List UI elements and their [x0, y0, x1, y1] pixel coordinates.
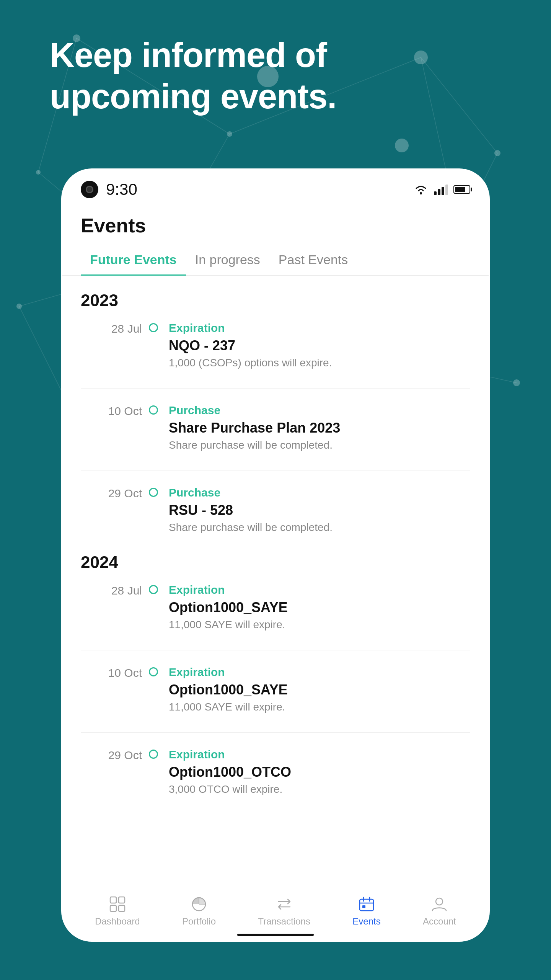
event-details: Expiration Option1000_SAYE 11,000 SAYE w… [165, 583, 470, 631]
event-date: 10 Oct [81, 666, 142, 679]
svg-point-23 [513, 379, 520, 386]
status-bar: 9:30 [62, 170, 489, 205]
year-header-2023: 2023 [81, 291, 470, 310]
status-icons [413, 184, 470, 195]
event-details: Expiration NQO - 237 1,000 (CSOPs) optio… [165, 322, 470, 369]
year-header-2024: 2024 [81, 553, 470, 572]
year-section-2023: 2023 28 Jul Expiration NQO - 237 1,000 (… [81, 291, 470, 534]
divider [81, 732, 470, 733]
home-indicator [62, 933, 489, 941]
svg-point-40 [436, 898, 443, 905]
events-content: 2023 28 Jul Expiration NQO - 237 1,000 (… [62, 276, 489, 886]
event-dot-col [142, 322, 165, 332]
tab-in-progress[interactable]: In progress [186, 245, 269, 275]
event-desc: Share purchase will be completed. [169, 521, 470, 534]
event-details: Expiration Option1000_SAYE 11,000 SAYE w… [165, 666, 470, 713]
svg-rect-35 [360, 899, 373, 911]
nav-label-portfolio: Portfolio [182, 916, 216, 927]
event-dot [149, 585, 158, 594]
event-date: 28 Jul [81, 322, 142, 335]
event-details: Purchase RSU - 528 Share purchase will b… [165, 486, 470, 534]
nav-item-portfolio[interactable]: Portfolio [182, 895, 216, 927]
event-type: Expiration [169, 322, 470, 335]
camera-icon [81, 181, 98, 198]
battery-icon [453, 185, 470, 194]
svg-point-22 [16, 304, 22, 309]
nav-label-dashboard: Dashboard [95, 916, 140, 927]
event-name: Share Purchase Plan 2023 [169, 420, 470, 436]
nav-item-dashboard[interactable]: Dashboard [95, 895, 140, 927]
nav-item-events[interactable]: Events [352, 895, 380, 927]
event-desc: Share purchase will be completed. [169, 439, 470, 451]
event-type: Expiration [169, 583, 470, 596]
event-desc: 11,000 SAYE will expire. [169, 701, 470, 713]
divider [81, 650, 470, 650]
event-desc: 3,000 OTCO will expire. [169, 783, 470, 795]
event-dot-col [142, 583, 165, 594]
event-type: Purchase [169, 404, 470, 417]
nav-item-account[interactable]: Account [423, 895, 456, 927]
dashboard-icon [109, 895, 126, 913]
bottom-nav: Dashboard Portfolio Transactions [62, 886, 489, 933]
event-dot [149, 488, 158, 497]
event-details: Expiration Option1000_OTCO 3,000 OTCO wi… [165, 748, 470, 795]
svg-rect-29 [119, 897, 125, 903]
event-desc: 11,000 SAYE will expire. [169, 619, 470, 631]
events-icon [358, 895, 375, 913]
event-name: RSU - 528 [169, 502, 470, 518]
event-name: Option1000_SAYE [169, 682, 470, 698]
event-name: NQO - 237 [169, 338, 470, 354]
event-dot-col [142, 486, 165, 497]
divider [81, 388, 470, 389]
tabs-bar: Future Events In progress Past Events [62, 245, 489, 276]
event-date: 29 Oct [81, 748, 142, 762]
event-name: Option1000_SAYE [169, 599, 470, 616]
hero-line1: Keep informed of [50, 34, 501, 76]
svg-rect-39 [362, 905, 365, 908]
phone-mockup: 9:30 Events Future Ev [61, 168, 490, 942]
tab-future-events[interactable]: Future Events [81, 245, 186, 275]
svg-rect-30 [110, 905, 116, 911]
event-date: 29 Oct [81, 486, 142, 500]
event-dot-col [142, 404, 165, 415]
event-row: 28 Jul Expiration NQO - 237 1,000 (CSOPs… [81, 322, 470, 369]
svg-point-27 [420, 192, 422, 194]
svg-point-18 [36, 170, 41, 175]
nav-label-events: Events [352, 916, 380, 927]
event-date: 10 Oct [81, 404, 142, 418]
hero-line2: upcoming events. [50, 76, 501, 117]
tab-past-events[interactable]: Past Events [269, 245, 357, 275]
divider [81, 470, 470, 471]
event-row: 10 Oct Purchase Share Purchase Plan 2023… [81, 404, 470, 451]
event-row: 29 Oct Purchase RSU - 528 Share purchase… [81, 486, 470, 534]
svg-rect-28 [110, 897, 116, 903]
status-time: 9:30 [106, 180, 137, 199]
event-dot-col [142, 666, 165, 676]
year-section-2024: 2024 28 Jul Expiration Option1000_SAYE 1… [81, 553, 470, 795]
nav-item-transactions[interactable]: Transactions [258, 895, 310, 927]
event-type: Expiration [169, 748, 470, 761]
hero-text: Keep informed of upcoming events. [50, 34, 501, 117]
home-bar [237, 934, 314, 936]
event-dot [149, 667, 158, 676]
event-name: Option1000_OTCO [169, 764, 470, 780]
event-date: 28 Jul [81, 583, 142, 597]
event-desc: 1,000 (CSOPs) options will expire. [169, 357, 470, 369]
nav-label-transactions: Transactions [258, 916, 310, 927]
wifi-icon [413, 184, 429, 195]
event-row: 28 Jul Expiration Option1000_SAYE 11,000… [81, 583, 470, 631]
event-row: 29 Oct Expiration Option1000_OTCO 3,000 … [81, 748, 470, 795]
signal-icon [434, 184, 448, 195]
event-row: 10 Oct Expiration Option1000_SAYE 11,000… [81, 666, 470, 713]
svg-point-25 [395, 139, 409, 152]
svg-point-17 [494, 150, 500, 156]
svg-rect-31 [119, 905, 125, 911]
event-type: Expiration [169, 666, 470, 679]
event-dot-col [142, 748, 165, 759]
page-title: Events [62, 205, 489, 237]
svg-point-15 [227, 131, 232, 137]
portfolio-icon [190, 895, 208, 913]
transactions-icon [276, 895, 293, 913]
account-icon [430, 895, 448, 913]
event-dot [149, 405, 158, 415]
